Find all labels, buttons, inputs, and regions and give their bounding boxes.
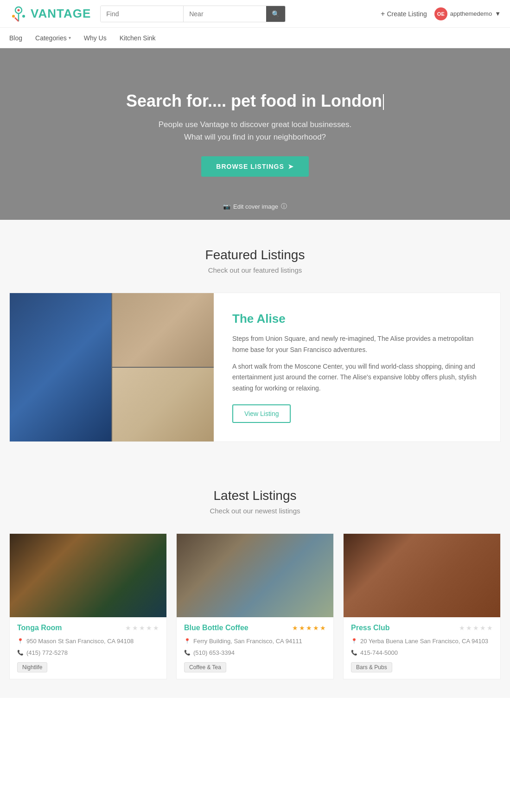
listing-meta-blue-bottle: 📍 Ferry Building, San Francisco, CA 9411… <box>184 636 326 659</box>
star-4: ★ <box>146 624 152 632</box>
listing-img-press-club <box>344 534 500 617</box>
phone-tonga: (415) 772-5278 <box>26 647 68 658</box>
phone-row-press-club: 📞 415-744-5000 <box>351 647 493 658</box>
star-2: ★ <box>299 624 305 632</box>
nav-item-blog[interactable]: Blog <box>9 34 22 42</box>
svg-point-1 <box>18 9 20 11</box>
stars-tonga: ★ ★ ★ ★ ★ <box>125 624 159 632</box>
header-right: + Create Listing OE appthemedemo ▼ <box>381 7 501 20</box>
phone-icon-blue-bottle: 📞 <box>184 648 191 658</box>
tag-press-club[interactable]: Bars & Pubs <box>351 662 392 672</box>
location-icon-press-club: 📍 <box>351 637 357 646</box>
listing-card-press-club: Press Club ★ ★ ★ ★ ★ 📍 20 Yerba Buena La… <box>343 533 501 679</box>
cursor-blink <box>383 94 384 110</box>
browse-listings-button[interactable]: BROWSE LISTINGS ➤ <box>201 156 308 177</box>
featured-card: The Alise Steps from Union Square, and n… <box>9 293 501 442</box>
star-4: ★ <box>480 624 486 632</box>
nav-item-why-us[interactable]: Why Us <box>84 34 107 42</box>
edit-cover-label: Edit cover image <box>233 203 278 210</box>
nav-categories-link[interactable]: Categories <box>35 34 67 42</box>
user-avatar-circle: OE <box>434 7 447 20</box>
listing-name-tonga[interactable]: Tonga Room <box>17 624 62 632</box>
stars-press-club: ★ ★ ★ ★ ★ <box>459 624 493 632</box>
listing-card-body-blue-bottle: Blue Bottle Coffee ★ ★ ★ ★ ★ 📍 Ferry Bui… <box>177 617 333 679</box>
logo-text: VANTAGE <box>31 6 91 21</box>
main-nav: Blog Categories ▾ Why Us Kitchen Sink <box>0 28 510 48</box>
featured-image-grid <box>10 293 214 441</box>
view-listing-label: View Listing <box>244 410 279 417</box>
chevron-down-icon: ▾ <box>69 35 71 40</box>
phone-row-tonga: 📞 (415) 772-5278 <box>17 647 159 658</box>
create-listing-label: Create Listing <box>387 10 427 18</box>
star-4: ★ <box>313 624 319 632</box>
address-tonga: 950 Mason St San Francisco, CA 94108 <box>26 636 134 646</box>
search-find-input[interactable] <box>101 6 183 22</box>
browse-listings-label: BROWSE LISTINGS <box>216 163 284 170</box>
star-1: ★ <box>459 624 465 632</box>
featured-title: Featured Listings <box>9 248 501 262</box>
edit-cover-image[interactable]: 📷 Edit cover image ⓘ <box>223 202 287 211</box>
star-1: ★ <box>125 624 131 632</box>
svg-point-4 <box>12 15 15 18</box>
user-menu[interactable]: OE appthemedemo ▼ <box>434 7 501 20</box>
address-blue-bottle: Ferry Building, San Francisco, CA 94111 <box>193 636 302 646</box>
search-near-input[interactable] <box>184 6 266 22</box>
svg-point-5 <box>22 15 25 18</box>
listing-card-top-tonga: Tonga Room ★ ★ ★ ★ ★ <box>17 624 159 632</box>
tag-tonga[interactable]: Nightlife <box>17 662 47 672</box>
latest-subtitle: Check out our newest listings <box>9 507 501 515</box>
location-icon-blue-bottle: 📍 <box>184 637 191 646</box>
listing-card-body-press-club: Press Club ★ ★ ★ ★ ★ 📍 20 Yerba Buena La… <box>344 617 500 679</box>
listing-meta-tonga: 📍 950 Mason St San Francisco, CA 94108 📞… <box>17 636 159 659</box>
latest-title: Latest Listings <box>9 488 501 503</box>
address-row-tonga: 📍 950 Mason St San Francisco, CA 94108 <box>17 636 159 646</box>
address-press-club: 20 Yerba Buena Lane San Francisco, CA 94… <box>360 636 488 646</box>
listing-img-tonga-room <box>10 534 166 617</box>
featured-img-2 <box>112 293 214 367</box>
listing-card-body-tonga: Tonga Room ★ ★ ★ ★ ★ 📍 950 Mason St San … <box>10 617 166 679</box>
hero-heading: Search for.... pet food in London <box>126 91 384 111</box>
arrow-right-icon: ➤ <box>288 163 294 170</box>
featured-description-2: A short walk from the Moscone Center, yo… <box>232 361 482 394</box>
star-2: ★ <box>466 624 472 632</box>
camera-icon: 📷 <box>223 203 230 210</box>
user-initials: OE <box>437 11 445 17</box>
hero-subtext-line1: People use Vantage to discover great loc… <box>159 120 351 129</box>
featured-description-1: Steps from Union Square, and newly re-im… <box>232 333 482 356</box>
listings-grid: Tonga Room ★ ★ ★ ★ ★ 📍 950 Mason St San … <box>9 533 501 679</box>
location-icon-tonga: 📍 <box>17 637 24 646</box>
hero-subtext: People use Vantage to discover great loc… <box>159 118 351 143</box>
listing-card-tonga-room: Tonga Room ★ ★ ★ ★ ★ 📍 950 Mason St San … <box>9 533 167 679</box>
phone-icon-tonga: 📞 <box>17 648 24 658</box>
stars-blue-bottle: ★ ★ ★ ★ ★ <box>292 624 326 632</box>
phone-blue-bottle: (510) 653-3394 <box>193 647 235 658</box>
listing-card-top-press-club: Press Club ★ ★ ★ ★ ★ <box>351 624 493 632</box>
star-1: ★ <box>292 624 298 632</box>
featured-content: The Alise Steps from Union Square, and n… <box>214 293 500 441</box>
hero-section: Search for.... pet food in London People… <box>0 48 510 220</box>
listing-name-press-club[interactable]: Press Club <box>351 624 390 632</box>
star-3: ★ <box>473 624 479 632</box>
create-listing-link[interactable]: + Create Listing <box>381 10 427 18</box>
header: VANTAGE 🔍 + Create Listing OE appthemede… <box>0 0 510 28</box>
view-listing-button[interactable]: View Listing <box>232 404 291 423</box>
listing-name-blue-bottle[interactable]: Blue Bottle Coffee <box>184 624 249 632</box>
search-button[interactable]: 🔍 <box>266 6 285 22</box>
tag-blue-bottle[interactable]: Coffee & Tea <box>184 662 226 672</box>
phone-press-club: 415-744-5000 <box>360 647 398 658</box>
featured-listing-name: The Alise <box>232 312 482 326</box>
star-5: ★ <box>153 624 159 632</box>
address-row-press-club: 📍 20 Yerba Buena Lane San Francisco, CA … <box>351 636 493 646</box>
listing-meta-press-club: 📍 20 Yerba Buena Lane San Francisco, CA … <box>351 636 493 659</box>
star-3: ★ <box>139 624 145 632</box>
user-dropdown-arrow: ▼ <box>495 10 501 17</box>
phone-icon-press-club: 📞 <box>351 648 357 658</box>
nav-item-categories[interactable]: Categories ▾ <box>35 34 71 42</box>
featured-img-3 <box>112 368 214 441</box>
hero-subtext-line2: What will you find in your neighborhood? <box>184 133 326 141</box>
star-5: ★ <box>487 624 493 632</box>
logo-link[interactable]: VANTAGE <box>9 5 91 23</box>
star-2: ★ <box>132 624 138 632</box>
nav-item-kitchen-sink[interactable]: Kitchen Sink <box>120 34 156 42</box>
featured-img-1 <box>10 293 111 441</box>
